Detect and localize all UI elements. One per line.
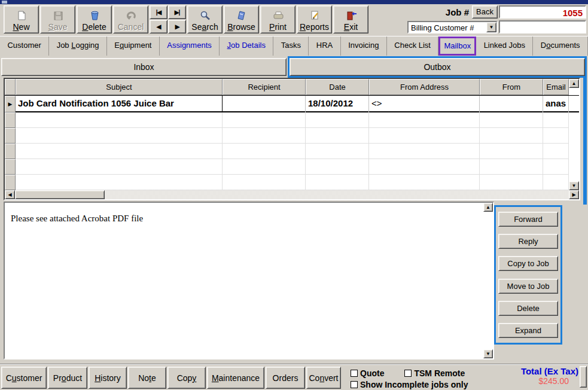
- back-button[interactable]: Back: [472, 5, 498, 19]
- previous-record-button[interactable]: ◀: [150, 20, 167, 33]
- tab-mailbox[interactable]: Mailbox: [440, 38, 474, 54]
- copy-to-job-button[interactable]: Copy to Job: [498, 256, 558, 271]
- column-header-date[interactable]: Date: [306, 79, 369, 95]
- convert-button[interactable]: Convert: [306, 367, 341, 389]
- note-button[interactable]: Note: [128, 367, 166, 389]
- job-number-field[interactable]: 1055: [499, 5, 586, 19]
- copy-button[interactable]: Copy: [167, 367, 206, 389]
- column-header-subject[interactable]: Subject: [16, 79, 223, 95]
- message-body-pane[interactable]: Please see attached Acrobat PDF file ▲ ▼: [4, 202, 494, 359]
- customer-button[interactable]: Customer: [1, 367, 47, 389]
- scrollbar-thumb[interactable]: [15, 190, 105, 199]
- cell-recipient[interactable]: [223, 96, 306, 112]
- total-ex-tax-value: $245.00: [495, 376, 578, 386]
- cell-from[interactable]: [480, 96, 543, 112]
- grid-horizontal-scrollbar[interactable]: ◀ ▶: [5, 190, 579, 199]
- exit-button[interactable]: Exit: [333, 5, 368, 33]
- empty-grid-row: [5, 128, 579, 144]
- grid-header-row: Subject Recipient Date From Address From…: [5, 79, 579, 95]
- cell-date[interactable]: 18/10/2012: [306, 96, 369, 112]
- new-button[interactable]: New: [4, 5, 39, 33]
- last-record-button[interactable]: ▶|: [168, 5, 186, 19]
- scrollbar-track[interactable]: [105, 190, 569, 199]
- grid-vertical-scrollbar[interactable]: ▲ ▼: [569, 79, 579, 190]
- inbox-tab[interactable]: Inbox: [1, 58, 287, 76]
- grid-cell: [223, 175, 306, 190]
- delete-trash-icon: [88, 9, 101, 22]
- cell-from-address[interactable]: <>: [369, 96, 480, 112]
- grid-cell: [543, 175, 569, 190]
- scroll-up-icon[interactable]: ▲: [483, 203, 493, 212]
- delete-mail-button[interactable]: Delete: [498, 301, 558, 316]
- empty-grid-row: [5, 144, 579, 159]
- cancel-button: Cancel: [113, 5, 148, 33]
- grid-cell: [306, 112, 369, 128]
- message-scrollbar[interactable]: ▲ ▼: [483, 203, 493, 358]
- save-button: Save: [40, 5, 75, 33]
- outbox-tab[interactable]: Outbox: [290, 58, 585, 76]
- search-button[interactable]: Search: [187, 5, 223, 33]
- outbox-tab-highlight: Outbox: [288, 56, 587, 78]
- tab-check-list[interactable]: Check List: [387, 36, 439, 56]
- browse-document-icon: [235, 9, 248, 22]
- grid-cell: [480, 144, 543, 159]
- scrollbar-fragment: [580, 366, 587, 388]
- orders-button[interactable]: Orders: [266, 367, 305, 389]
- tab-tasks[interactable]: Tasks: [273, 36, 309, 56]
- mailbox-tab-highlight: Mailbox: [438, 36, 476, 56]
- expand-button[interactable]: Expand: [498, 323, 558, 338]
- tab-hra[interactable]: HRA: [309, 36, 340, 56]
- tab-equipment[interactable]: Equipment: [107, 36, 160, 56]
- tab-linked-jobs[interactable]: Linked Jobs: [476, 36, 533, 56]
- dropdown-arrow-icon[interactable]: ▼: [486, 22, 496, 32]
- history-button[interactable]: History: [89, 367, 127, 389]
- tab-documents[interactable]: Documents: [533, 36, 588, 56]
- billing-customer-dropdown[interactable]: Billing Customer # ▼: [407, 21, 498, 33]
- column-header-recipient[interactable]: Recipient: [223, 79, 306, 95]
- tab-customer[interactable]: Customer: [0, 36, 49, 56]
- delete-button[interactable]: Delete: [77, 5, 112, 33]
- show-incomplete-checkbox[interactable]: [351, 381, 358, 388]
- grid-cell: [543, 112, 569, 128]
- cell-subject[interactable]: Job Card Notification 1056 Juice Bar: [16, 96, 223, 112]
- quote-checkbox[interactable]: [351, 370, 358, 377]
- cell-email[interactable]: anas: [543, 96, 569, 112]
- move-to-job-button[interactable]: Move to Job: [498, 279, 558, 294]
- scroll-right-icon[interactable]: ▶: [569, 190, 579, 199]
- grid-cell: [369, 112, 480, 128]
- billing-customer-field[interactable]: [499, 20, 586, 33]
- tab-job-details[interactable]: Job Details: [220, 36, 273, 56]
- forward-button[interactable]: Forward: [498, 212, 558, 227]
- reply-button[interactable]: Reply: [498, 234, 558, 249]
- tab-job-logging[interactable]: Job Logging: [49, 36, 107, 56]
- cancel-undo-icon: [124, 9, 138, 22]
- grid-cell: [306, 128, 369, 144]
- print-button[interactable]: Print: [260, 5, 295, 33]
- tab-invoicing[interactable]: Invoicing: [341, 36, 387, 56]
- column-header-from[interactable]: From: [480, 79, 543, 95]
- browse-button[interactable]: Browse: [224, 5, 259, 33]
- product-button[interactable]: Product: [48, 367, 87, 389]
- next-record-button[interactable]: ▶: [168, 20, 186, 33]
- maintenance-button[interactable]: Maintenance: [207, 367, 264, 389]
- scroll-down-icon[interactable]: ▼: [569, 181, 579, 190]
- first-record-button[interactable]: |◀: [150, 5, 167, 19]
- row-selector-cell: [5, 144, 16, 159]
- billing-customer-value: Billing Customer #: [409, 22, 486, 32]
- scroll-up-icon[interactable]: ▲: [569, 79, 579, 88]
- scroll-down-icon[interactable]: ▼: [483, 349, 493, 358]
- reports-button[interactable]: Reports: [297, 5, 332, 33]
- tsm-remote-checkbox[interactable]: [404, 370, 412, 377]
- column-header-email[interactable]: Email: [543, 79, 569, 95]
- totals-block: Total (Ex Tax) $245.00: [495, 366, 578, 386]
- grid-cell: [543, 128, 569, 144]
- window-icon: [2, 1, 7, 4]
- column-header-from-address[interactable]: From Address: [369, 79, 480, 95]
- scroll-left-icon[interactable]: ◀: [5, 190, 15, 199]
- options-checkbox-group: Quote TSM Remote Show Incomplete jobs on…: [351, 368, 503, 390]
- grid-cell: [306, 144, 369, 159]
- mail-row-selected[interactable]: ▶ Job Card Notification 1056 Juice Bar 1…: [5, 95, 579, 112]
- tab-assignments[interactable]: Assignments: [160, 36, 220, 56]
- grid-cell: [369, 175, 480, 190]
- grid-cell: [223, 112, 306, 128]
